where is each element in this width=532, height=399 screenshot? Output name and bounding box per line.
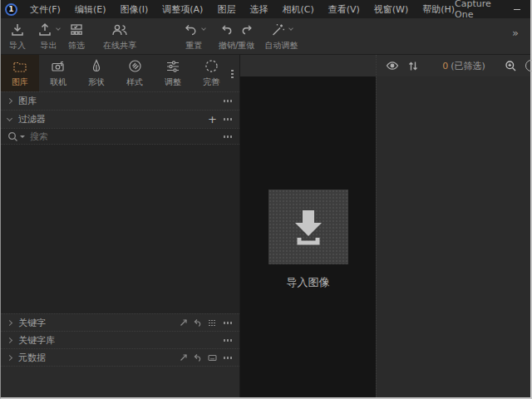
left-panel-footer	[1, 366, 239, 397]
window-controls: ×	[506, 0, 532, 18]
menu-help[interactable]: 帮助(H)	[422, 3, 455, 16]
search-bar	[1, 128, 239, 144]
browser-area-empty	[377, 76, 530, 397]
download-icon	[288, 208, 328, 246]
tab-styles[interactable]: 样式	[116, 55, 154, 91]
filters-panel-header[interactable]: 过滤器 +	[1, 110, 239, 128]
image-count-value: 0	[442, 61, 448, 71]
import-icon	[10, 22, 25, 38]
browser: 0(已筛选)	[376, 55, 530, 397]
undo-redo-button[interactable]: 撤销/重做	[219, 20, 254, 53]
tab-refine[interactable]: 完善	[192, 55, 230, 91]
menu-window[interactable]: 视窗(W)	[374, 3, 408, 16]
tab-shapes[interactable]: 形状	[77, 55, 116, 91]
chevron-down-icon	[201, 26, 206, 31]
more-icon[interactable]	[223, 100, 233, 102]
app-logo-text: 1	[8, 5, 13, 13]
menu-edit[interactable]: 编辑(E)	[75, 3, 106, 16]
cull-icon	[69, 22, 84, 38]
capture-one-window: 1 文件(F) 编辑(E) 图像(I) 调整项(A) 图层 选择 相机(C) 查…	[0, 0, 532, 399]
tab-adjust[interactable]: 调整	[154, 55, 192, 91]
left-panel: 图库 联机 形状 样式	[1, 55, 239, 397]
keyboard-icon[interactable]	[208, 354, 217, 362]
zoom-icon[interactable]	[505, 60, 517, 72]
redo-icon[interactable]	[240, 23, 254, 37]
browser-toolbar: 0(已筛选)	[377, 55, 530, 76]
chevron-down-icon	[288, 26, 293, 31]
sort-icon[interactable]	[407, 61, 419, 71]
share-label: 在线共享	[103, 40, 136, 52]
main-toolbar: 导入 导出 筛选 在线共享 重置	[1, 18, 530, 55]
keywords-panel-header[interactable]: 关键字	[1, 313, 239, 331]
viewer-area: 导入图像	[240, 76, 376, 397]
tab-capture[interactable]: 联机	[39, 55, 77, 91]
menu-image[interactable]: 图像(I)	[120, 3, 148, 16]
image-count: 0(已筛选)	[423, 60, 505, 72]
menu-camera[interactable]: 相机(C)	[282, 3, 313, 16]
search-scope-caret-icon[interactable]	[20, 135, 25, 138]
thumbnail-size-icon[interactable]	[525, 60, 532, 71]
share-button[interactable]: 在线共享	[103, 20, 136, 53]
revert-icon[interactable]	[194, 353, 202, 362]
styles-icon	[128, 59, 142, 74]
titlebar: 1 文件(F) 编辑(E) 图像(I) 调整项(A) 图层 选择 相机(C) 查…	[1, 0, 530, 18]
import-label: 导入	[9, 40, 26, 52]
keywords-panel-title: 关键字	[18, 317, 46, 329]
tab-refine-label: 完善	[203, 76, 219, 88]
cull-button[interactable]: 筛选	[68, 20, 85, 53]
import-images-label: 导入图像	[287, 275, 330, 290]
eye-icon[interactable]	[386, 61, 399, 71]
export-button[interactable]: 导出	[37, 20, 60, 53]
tab-adjust-label: 调整	[165, 76, 181, 88]
reset-button[interactable]: 重置	[183, 20, 205, 53]
chevron-right-icon	[7, 354, 12, 360]
tabs-more-button[interactable]	[231, 55, 234, 91]
tab-library[interactable]: 图库	[1, 55, 39, 91]
more-icon[interactable]	[223, 357, 233, 359]
menu-file[interactable]: 文件(F)	[30, 3, 61, 16]
menu-layers[interactable]: 图层	[217, 3, 235, 16]
viewer-toolbar	[240, 55, 376, 76]
undo-icon[interactable]	[220, 23, 234, 37]
keyword-library-panel-header[interactable]: 关键字库	[1, 331, 239, 348]
tab-capture-label: 联机	[50, 76, 66, 88]
filters-content-empty	[1, 144, 239, 313]
revert-icon[interactable]	[194, 318, 202, 327]
export-label: 导出	[41, 40, 57, 52]
chevron-right-icon	[7, 319, 12, 325]
menubar: 文件(F) 编辑(E) 图像(I) 调整项(A) 图层 选择 相机(C) 查看(…	[30, 3, 455, 16]
maximize-button[interactable]	[528, 0, 532, 18]
list-icon[interactable]	[208, 319, 217, 327]
search-icon[interactable]	[7, 131, 25, 142]
tab-styles-label: 样式	[126, 76, 143, 88]
import-button[interactable]: 导入	[9, 20, 26, 53]
library-panel-header[interactable]: 图库	[1, 91, 239, 110]
chevron-down-icon	[56, 26, 61, 31]
app-title: Capture One	[455, 0, 491, 20]
menu-view[interactable]: 查看(V)	[328, 3, 360, 16]
more-icon[interactable]	[223, 135, 233, 138]
chevron-down-icon	[7, 116, 12, 121]
filters-panel-title: 过滤器	[18, 113, 46, 126]
copy-apply-icon[interactable]	[180, 318, 188, 327]
dashed-circle-icon	[204, 59, 219, 74]
minimize-button[interactable]	[506, 0, 528, 18]
search-input[interactable]	[30, 131, 223, 142]
sliders-icon	[165, 59, 180, 74]
menu-adjustments[interactable]: 调整项(A)	[162, 3, 203, 16]
image-count-suffix: (已筛选)	[451, 61, 485, 71]
more-icon[interactable]	[223, 339, 233, 342]
main-content: 图库 联机 形状 样式	[1, 55, 530, 397]
copy-apply-icon[interactable]	[180, 353, 188, 362]
export-icon	[37, 22, 60, 38]
menu-select[interactable]: 选择	[249, 3, 268, 16]
add-filter-button[interactable]: +	[208, 114, 217, 125]
import-images-button[interactable]	[268, 190, 348, 264]
metadata-panel-header[interactable]: 元数据	[1, 348, 239, 366]
chevron-right-icon	[7, 98, 12, 104]
more-icon[interactable]	[223, 322, 233, 324]
toolbar-overflow-button[interactable]: »	[512, 27, 519, 39]
titlebar-right: Capture One ×	[455, 0, 532, 20]
more-icon[interactable]	[223, 118, 233, 121]
auto-adjust-button[interactable]: 自动调整	[264, 20, 298, 53]
